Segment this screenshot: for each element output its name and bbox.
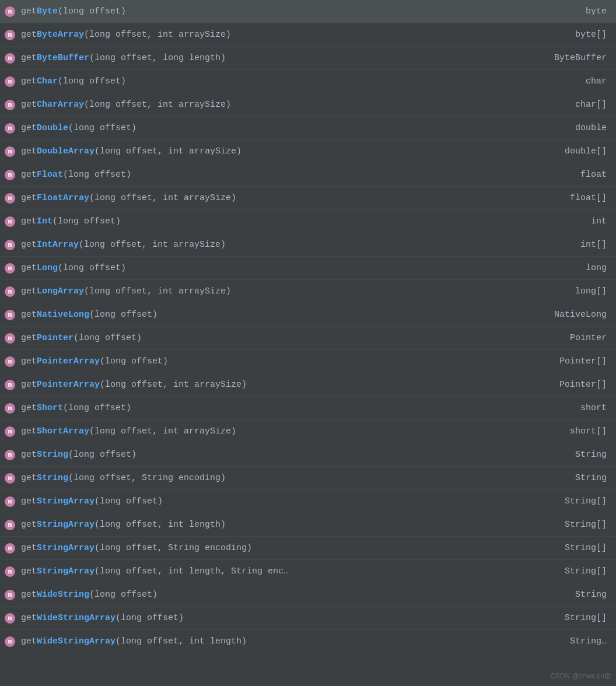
method-params: (long offset) xyxy=(52,216,121,226)
method-row[interactable]: mgetPointer(long offset)Pointer xyxy=(0,327,616,350)
method-left: mgetLong(long offset) xyxy=(5,263,574,274)
method-icon: m xyxy=(5,543,15,554)
return-type: int xyxy=(591,216,607,226)
method-row[interactable]: mgetPointerArray(long offset)Pointer[] xyxy=(0,350,616,373)
method-icon: m xyxy=(5,286,15,297)
method-name: ShortArray xyxy=(37,426,89,436)
method-row[interactable]: mgetWideStringArray(long offset)String[] xyxy=(0,607,616,630)
method-name: CharArray xyxy=(37,100,84,110)
method-name: DoubleArray xyxy=(37,146,94,156)
method-signature: getLongArray(long offset, int arraySize) xyxy=(21,286,231,296)
return-type: short[] xyxy=(570,426,607,436)
method-params: (long offset) xyxy=(68,450,136,460)
method-params: (long offset, int arraySize) xyxy=(79,240,226,250)
method-left: mgetDouble(long offset) xyxy=(5,123,564,134)
method-params: (long offset, int arraySize) xyxy=(89,426,236,436)
method-left: mgetChar(long offset) xyxy=(5,76,574,87)
return-type: long[] xyxy=(575,286,607,296)
method-left: mgetPointerArray(long offset, int arrayS… xyxy=(5,380,548,390)
method-params: (long offset, int length, String enc… xyxy=(94,566,289,576)
method-params: (long offset) xyxy=(58,263,126,273)
method-row[interactable]: mgetDouble(long offset)double xyxy=(0,117,616,140)
method-name: Pointer xyxy=(37,333,74,343)
method-name: Byte xyxy=(37,6,58,16)
method-name: WideStringArray xyxy=(37,613,116,623)
method-signature: getPointerArray(long offset, int arraySi… xyxy=(21,380,247,390)
method-name: StringArray xyxy=(37,543,94,553)
method-icon: m xyxy=(5,473,15,484)
method-icon: m xyxy=(5,450,15,460)
method-row[interactable]: mgetNativeLong(long offset)NativeLong xyxy=(0,303,616,327)
method-icon: m xyxy=(5,123,15,134)
method-row[interactable]: mgetShort(long offset)short xyxy=(0,397,616,420)
method-icon: m xyxy=(5,520,15,530)
return-type: char xyxy=(586,76,607,86)
method-row[interactable]: mgetByteArray(long offset, int arraySize… xyxy=(0,23,616,47)
method-row[interactable]: mgetLongArray(long offset, int arraySize… xyxy=(0,280,616,303)
method-signature: getDoubleArray(long offset, int arraySiz… xyxy=(21,146,242,156)
method-params: (long offset) xyxy=(68,123,136,133)
method-params: (long offset) xyxy=(89,310,158,320)
method-left: mgetPointerArray(long offset) xyxy=(5,356,548,367)
return-type: long xyxy=(586,263,607,273)
method-row[interactable]: mgetCharArray(long offset, int arraySize… xyxy=(0,93,616,117)
method-params: (long offset) xyxy=(63,170,131,180)
method-row[interactable]: mgetByte(long offset)byte xyxy=(0,0,616,23)
method-left: mgetByteBuffer(long offset, long length) xyxy=(5,53,542,64)
method-left: mgetPointer(long offset) xyxy=(5,333,558,344)
method-row[interactable]: mgetString(long offset)String xyxy=(0,443,616,467)
method-left: mgetCharArray(long offset, int arraySize… xyxy=(5,100,564,110)
method-row[interactable]: mgetStringArray(long offset, String enco… xyxy=(0,537,616,560)
method-left: mgetByteArray(long offset, int arraySize… xyxy=(5,30,564,40)
method-row[interactable]: mgetByteBuffer(long offset, long length)… xyxy=(0,47,616,70)
method-name: Short xyxy=(37,403,63,413)
method-params: (long offset, String encoding) xyxy=(94,543,252,553)
method-row[interactable]: mgetFloat(long offset)float xyxy=(0,163,616,187)
method-icon: m xyxy=(5,636,15,647)
method-name: ByteBuffer xyxy=(37,53,89,63)
method-signature: getByteArray(long offset, int arraySize) xyxy=(21,30,231,40)
method-params: (long offset) xyxy=(74,333,142,343)
method-row[interactable]: mgetStringArray(long offset)String[] xyxy=(0,490,616,513)
method-row[interactable]: mgetDoubleArray(long offset, int arraySi… xyxy=(0,140,616,163)
method-row[interactable]: mgetLong(long offset)long xyxy=(0,257,616,280)
method-icon: m xyxy=(5,403,15,414)
method-left: mgetStringArray(long offset) xyxy=(5,496,553,507)
method-left: mgetWideStringArray(long offset) xyxy=(5,613,553,624)
method-row[interactable]: mgetWideStringArray(long offset, int len… xyxy=(0,630,616,653)
method-row[interactable]: mgetStringArray(long offset, int length)… xyxy=(0,513,616,537)
method-icon: m xyxy=(5,53,15,64)
method-name: Int xyxy=(37,216,52,226)
method-left: mgetIntArray(long offset, int arraySize) xyxy=(5,240,569,250)
method-row[interactable]: mgetPointerArray(long offset, int arrayS… xyxy=(0,373,616,397)
method-name: StringArray xyxy=(37,496,94,506)
return-type: int[] xyxy=(580,240,607,250)
method-name: Float xyxy=(37,170,63,180)
method-signature: getStringArray(long offset, int length, … xyxy=(21,566,289,576)
method-left: mgetFloat(long offset) xyxy=(5,170,569,180)
method-row[interactable]: mgetWideString(long offset)String xyxy=(0,583,616,607)
method-row[interactable]: mgetStringArray(long offset, int length,… xyxy=(0,560,616,583)
method-row[interactable]: mgetString(long offset, String encoding)… xyxy=(0,467,616,490)
method-row[interactable]: mgetChar(long offset)char xyxy=(0,70,616,93)
method-icon: m xyxy=(5,193,15,204)
method-left: mgetNativeLong(long offset) xyxy=(5,310,542,320)
return-type: Pointer xyxy=(570,333,607,343)
method-row[interactable]: mgetShortArray(long offset, int arraySiz… xyxy=(0,420,616,443)
method-icon: m xyxy=(5,100,15,110)
method-signature: getIntArray(long offset, int arraySize) xyxy=(21,240,226,250)
method-left: mgetString(long offset) xyxy=(5,450,564,460)
method-params: (long offset) xyxy=(63,403,131,413)
method-row[interactable]: mgetInt(long offset)int xyxy=(0,210,616,233)
return-type: byte[] xyxy=(575,30,607,40)
method-icon: m xyxy=(5,613,15,624)
method-left: mgetStringArray(long offset, String enco… xyxy=(5,543,553,554)
method-name: PointerArray xyxy=(37,356,100,366)
method-params: (long offset, int length) xyxy=(94,520,226,530)
return-type: byte xyxy=(586,6,607,16)
method-row[interactable]: mgetIntArray(long offset, int arraySize)… xyxy=(0,233,616,257)
method-row[interactable]: mgetFloatArray(long offset, int arraySiz… xyxy=(0,187,616,210)
return-type: String xyxy=(575,450,607,460)
method-left: mgetWideStringArray(long offset, int len… xyxy=(5,636,558,647)
method-params: (long offset, int arraySize) xyxy=(100,380,247,390)
